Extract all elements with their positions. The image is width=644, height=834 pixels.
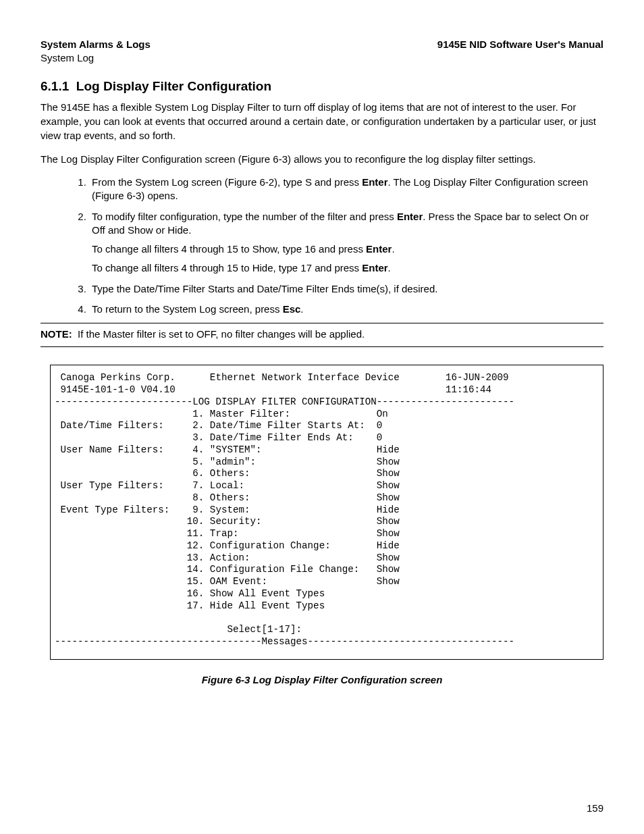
step-3: Type the Date/Time Filter Starts and Dat… (89, 282, 603, 296)
header-right: 9145E NID Software User's Manual (437, 38, 603, 51)
step-1: From the System Log screen (Figure 6-2),… (89, 176, 603, 203)
terminal-screen: Canoga Perkins Corp. Ethernet Network In… (50, 365, 603, 659)
header-subtitle: System Log (41, 51, 603, 65)
step-2: To modify filter configuration, type the… (89, 210, 603, 276)
figure-caption: Figure 6-3 Log Display Filter Configurat… (41, 673, 603, 687)
key-esc: Esc (283, 303, 301, 315)
rule-top (41, 323, 603, 323)
paragraph-1: The 9145E has a flexible System Log Disp… (41, 100, 603, 142)
key-enter: Enter (366, 243, 392, 255)
key-enter: Enter (362, 262, 387, 273)
note-text: If the Master filter is set to OFF, no f… (78, 328, 365, 340)
note-label: NOTE: (41, 328, 72, 340)
section-title: Log Display Filter Configuration (76, 79, 271, 93)
steps-list: From the System Log screen (Figure 6-2),… (41, 176, 603, 316)
step-4: To return to the System Log screen, pres… (89, 303, 603, 316)
paragraph-2: The Log Display Filter Configuration scr… (41, 152, 603, 166)
section-number: 6.1.1 (41, 79, 69, 93)
key-enter: Enter (397, 211, 423, 222)
page-number: 159 (41, 802, 603, 815)
key-enter: Enter (362, 176, 387, 188)
note-line: NOTE: If the Master filter is set to OFF… (41, 328, 603, 341)
rule-bottom (41, 346, 603, 347)
page-header: System Alarms & Logs 9145E NID Software … (41, 38, 603, 51)
header-left: System Alarms & Logs (41, 38, 151, 51)
section-heading: 6.1.1 Log Display Filter Configuration (41, 78, 603, 95)
